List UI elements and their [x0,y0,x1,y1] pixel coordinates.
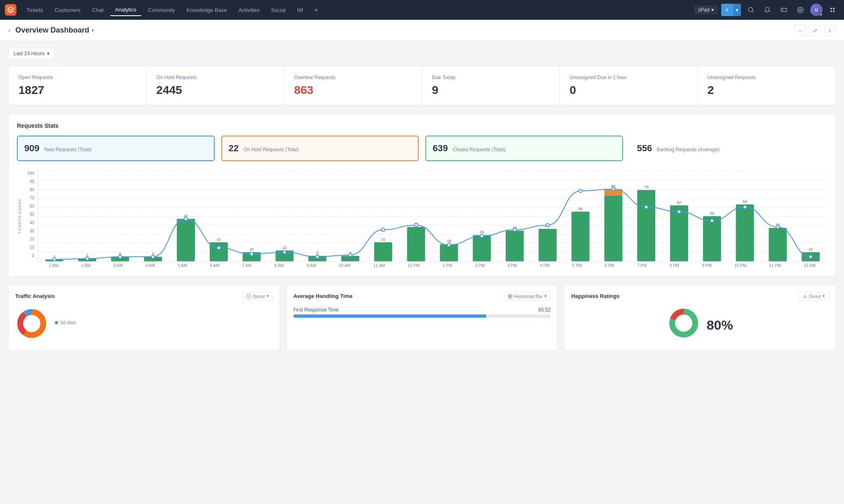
stat-hold-label: On Hold Requests [156,75,274,80]
y-tick-40: 40 [24,220,36,225]
svg-rect-50 [736,204,754,261]
x-tick-7am: 7 AM [242,263,252,268]
traffic-chart-type-button[interactable]: Donut ▾ [242,292,272,300]
stat-due-today: Due Today 9 [422,66,560,105]
nav-activities[interactable]: Activities [233,5,264,16]
x-tick-9am: 9 AM [307,263,316,268]
x-tick-8am: 8 AM [274,263,284,268]
first-response-bar-fill [293,314,487,318]
nav-more[interactable]: ≡ [310,5,323,16]
games-icon[interactable] [777,3,790,16]
nav-community[interactable]: Community [143,5,180,16]
stat-overdue-value: 863 [294,84,412,97]
y-tick-60: 60 [24,204,36,209]
app-logo[interactable] [5,4,16,16]
svg-text:12: 12 [282,246,286,250]
svg-rect-3 [830,8,832,9]
stat-unassigned-hour: Unassigned Due in 1 hour 0 [560,66,697,105]
x-tick-12am: 12 AM [804,263,816,268]
x-tick-10pm: 10 PM [734,263,746,268]
svg-rect-5 [830,10,832,12]
summary-new-requests: 909 New Requests (Total) [17,136,215,161]
handling-chart-type-button[interactable]: Horizontal Bar ▾ [504,292,551,300]
nav-chat[interactable]: Chat [87,5,108,16]
x-tick-8pm: 8 PM [670,263,679,268]
svg-text:6: 6 [316,251,319,255]
y-tick-0: 0 [24,253,36,258]
x-tick-7pm: 7 PM [637,263,647,268]
svg-text:2: 2 [53,255,55,259]
summary-backlog-label: Backlog Requests (Average) [657,147,720,152]
first-response-row: First Response Time 95:52 [293,307,551,318]
nav-right-actions: zPad ▾ + ▾ U [694,3,839,16]
svg-text:50: 50 [710,211,714,216]
x-tick-6pm: 6 PM [605,263,614,268]
stat-unassigned-value: 2 [708,84,825,97]
svg-text:10: 10 [250,247,254,251]
x-tick-1am: 1 AM [49,263,59,268]
user-avatar[interactable]: U [810,4,823,16]
svg-rect-44 [637,190,655,261]
handling-title: Average Handling Time [293,293,353,299]
notifications-icon[interactable] [761,3,774,16]
first-response-label: First Response Time [293,307,339,313]
stat-due-today-label: Due Today [432,75,549,80]
zpad-button[interactable]: zPad ▾ [694,5,717,14]
grid-icon[interactable] [826,3,839,16]
happiness-panel-header: Happiness Ratings Donut ▾ [571,292,829,300]
x-tick-5am: 5 AM [178,263,187,268]
settings-icon[interactable] [794,3,807,16]
x-tick-5pm: 5 PM [572,263,582,268]
stats-row: Open Requests 1827 On Hold Requests 2445… [8,66,836,105]
more-options-button[interactable]: ··· [795,25,806,36]
add-dropdown-button[interactable]: ▾ [733,4,741,16]
y-tick-90: 90 [24,179,36,184]
svg-text:21: 21 [217,237,221,241]
y-tick-50: 50 [24,212,36,217]
svg-text:80: 80 [611,184,615,188]
time-filter-dropdown[interactable]: Last 24 Hours ▾ [8,48,55,59]
chart-bars-svg: 2355472110126621381929343655807962506337… [38,171,827,261]
title-dropdown-icon[interactable]: ▾ [91,28,94,33]
svg-text:5: 5 [152,252,154,256]
x-tick-3pm: 3 PM [507,263,517,268]
back-button[interactable]: ‹ [8,27,10,34]
happiness-chart-type-button[interactable]: Donut ▾ [799,292,829,300]
svg-rect-6 [833,10,835,12]
svg-text:47: 47 [184,214,188,218]
x-tick-1pm: 1 PM [443,263,452,268]
svg-rect-39 [572,212,590,261]
nav-customers[interactable]: Customers [50,5,86,16]
svg-rect-15 [177,219,195,261]
info-button[interactable]: i [824,25,836,36]
svg-rect-37 [539,229,557,261]
stat-open-label: Open Requests [19,75,136,80]
sub-header-actions: ··· ⤢ i [795,25,836,36]
nav-knowledge-base[interactable]: Knowledge Base [182,5,232,16]
search-icon[interactable] [744,3,757,16]
x-tick-2am: 2 AM [81,263,91,268]
svg-point-2 [799,9,801,11]
expand-button[interactable]: ⤢ [809,25,821,36]
add-button[interactable]: + [721,4,733,16]
stat-summary-row: 909 New Requests (Total) 22 On Hold Requ… [17,136,827,161]
svg-rect-1 [781,8,786,12]
stat-unassigned-hour-value: 0 [570,84,687,97]
x-tick-10am: 10 AM [339,263,350,268]
y-tick-70: 70 [24,196,36,200]
stat-due-today-value: 9 [432,84,549,97]
stat-open-requests: Open Requests 1827 [9,66,146,105]
nav-analytics[interactable]: Analytics [110,4,141,16]
avatar-online-dot [819,13,823,16]
svg-text:29: 29 [480,230,484,234]
nav-tickets[interactable]: Tickets [21,5,48,16]
main-content: Last 24 Hours ▾ Open Requests 1827 On Ho… [0,41,844,357]
x-tick-11am: 11 AM [373,263,385,268]
traffic-analysis-panel: Traffic Analysis Donut ▾ 56 We [8,285,280,351]
x-tick-2pm: 2 PM [475,263,484,268]
nav-social[interactable]: Social [266,5,291,16]
svg-rect-41 [604,195,622,261]
svg-rect-21 [275,251,293,261]
nav-im[interactable]: IM [292,5,308,16]
summary-closed-num: 639 [433,143,448,153]
